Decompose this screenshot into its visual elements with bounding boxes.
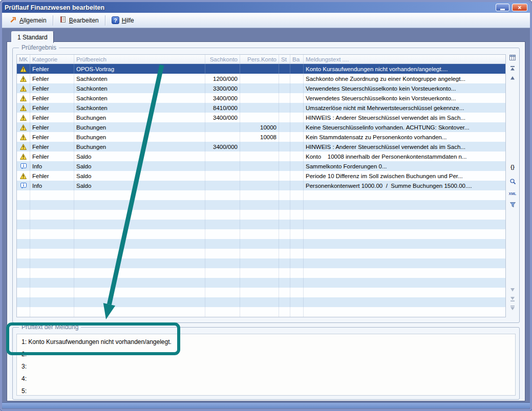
cell-meldung: Kein Stammdatensatz zu Personenkonto vor… <box>304 132 505 142</box>
cell-kategorie: Fehler <box>30 113 74 122</box>
table-row[interactable]: FehlerBuchungen10008Kein Stammdatensatz … <box>17 132 505 142</box>
warning-icon <box>17 113 30 122</box>
cell-meldung <box>304 239 505 249</box>
cell-perskonto <box>240 220 279 229</box>
cell-kategorie: Fehler <box>30 103 74 113</box>
cell-pruefbereich <box>74 307 205 317</box>
cell-kategorie: Fehler <box>30 64 74 74</box>
cell-sachkonto: 3400/000 <box>205 93 240 103</box>
cell-ba <box>290 122 304 132</box>
table-row[interactable]: InfoSaldoPersonenkontenwert 1000.00 / Su… <box>17 181 505 190</box>
column-chooser-button[interactable] <box>508 53 517 61</box>
table-row[interactable]: FehlerSaldoKonto 10008 innerhalb der Per… <box>17 152 505 161</box>
minimize-icon <box>500 9 505 10</box>
scroll-up-button[interactable] <box>508 74 517 82</box>
cell-st <box>279 83 290 93</box>
main-panel: Prüfergebnis MK Kategorie Prüfbereich Sa… <box>7 42 525 401</box>
empty-row <box>17 220 505 229</box>
cell-sachkonto <box>205 307 240 317</box>
cell-meldung: Periode 10 Differenz im Soll zwischen Bu… <box>304 171 505 181</box>
column-header-ba[interactable]: Ba <box>290 55 304 63</box>
column-header-st[interactable]: St <box>279 55 290 63</box>
table-row[interactable]: FehlerBuchungen3400/000HINWEIS : Anderer… <box>17 142 505 152</box>
cell-perskonto <box>240 229 279 239</box>
cell-pruefbereich <box>74 200 205 210</box>
hilfe-button[interactable]: ? Hilfe <box>108 14 138 26</box>
table-row[interactable]: FehlerSachkonten8410/000Umsatzerlöse nic… <box>17 103 505 113</box>
cell-st <box>279 297 290 307</box>
table-row[interactable]: FehlerSachkonten3400/000Verwendetes Steu… <box>17 93 505 103</box>
cell-sachkonto <box>205 181 240 190</box>
cell-meldung <box>304 278 505 288</box>
cell-pruefbereich: Sachkonten <box>74 103 205 113</box>
cell-pruefbereich: Sachkonten <box>74 74 205 83</box>
cell-kategorie <box>30 307 74 317</box>
scroll-up-icon <box>509 75 516 81</box>
cell-st <box>279 142 290 152</box>
cell-perskonto <box>240 83 279 93</box>
cell-kategorie: Fehler <box>30 93 74 103</box>
cell-meldung: Keine Steuerschlüsselinfo vorhanden. ACH… <box>304 122 505 132</box>
cell-pruefbereich: Saldo <box>74 152 205 161</box>
minimize-button[interactable] <box>496 4 509 11</box>
app-window: Prüflauf Finanzwesen bearbeiten × Allgem… <box>0 0 532 411</box>
cell-meldung <box>304 229 505 239</box>
cell-sachkonto <box>205 297 240 307</box>
close-button[interactable]: × <box>512 4 527 11</box>
table-row[interactable]: FehlerSachkonten1200/000Sachkonto ohne Z… <box>17 74 505 83</box>
braces-button[interactable]: {} <box>508 163 517 171</box>
tab-standard[interactable]: 1 Standard <box>11 31 54 43</box>
table-row[interactable]: FehlerBuchungen10000Keine Steuerschlüsse… <box>17 122 505 132</box>
cell-perskonto <box>240 142 279 152</box>
cell-sachkonto <box>205 288 240 297</box>
column-header-sachkonto[interactable]: Sachkonto <box>205 55 240 63</box>
bearbeiten-button[interactable]: Bearbeiten <box>55 14 103 27</box>
cell-ba <box>290 113 304 122</box>
cell-mk <box>17 249 30 258</box>
table-row[interactable]: FehlerSaldoPeriode 10 Differenz im Soll … <box>17 171 505 181</box>
cell-kategorie: Info <box>30 181 74 190</box>
jump-arrow-icon <box>9 16 17 25</box>
table-row[interactable]: FehlerBuchungen3400/000HINWEIS : Anderer… <box>17 113 505 122</box>
cell-perskonto <box>240 171 279 181</box>
scroll-end-button[interactable] <box>508 304 517 312</box>
cell-perskonto <box>240 113 279 122</box>
column-header-pruefbereich[interactable]: Prüfbereich <box>74 55 205 63</box>
cell-sachkonto <box>205 171 240 181</box>
column-header-mk[interactable]: MK <box>17 55 30 63</box>
scroll-bottom-button[interactable] <box>508 295 517 303</box>
column-header-kategorie[interactable]: Kategorie <box>30 55 74 63</box>
search-button[interactable] <box>508 177 517 185</box>
column-chooser-icon <box>509 54 516 61</box>
cell-sachkonto <box>205 258 240 268</box>
allgemein-button[interactable]: Allgemein <box>5 14 51 27</box>
filter-button[interactable] <box>508 201 517 209</box>
column-header-perskonto[interactable]: Pers.Konto <box>240 55 279 63</box>
cell-meldung <box>304 268 505 278</box>
cell-st <box>279 229 290 239</box>
empty-row <box>17 210 505 220</box>
cell-perskonto: 10008 <box>240 132 279 142</box>
scroll-top-button[interactable] <box>508 64 517 73</box>
cell-kategorie <box>30 258 74 268</box>
warning-icon <box>17 152 30 161</box>
table-row[interactable]: FehlerSachkonten3300/000Verwendetes Steu… <box>17 83 505 93</box>
cell-meldung: Personenkontenwert 1000.00 / Summe Buchu… <box>304 181 505 190</box>
allgemein-label: Allgemein <box>19 17 47 24</box>
xml-export-button[interactable]: XML <box>508 189 517 198</box>
result-grid-body: FehlerOPOS-VortragKonto Kursaufwendungen… <box>17 64 505 317</box>
scroll-down-button[interactable] <box>508 286 517 294</box>
cell-kategorie: Fehler <box>30 152 74 161</box>
grid-side-toolbar: {} XML <box>507 54 518 317</box>
cell-kategorie: Fehler <box>30 74 74 83</box>
result-grid: MK Kategorie Prüfbereich Sachkonto Pers.… <box>16 54 506 317</box>
cell-meldung: Sachkonto ohne Zuordnung zu einer Kontog… <box>304 74 505 83</box>
cell-meldung: Sammelkonto Forderungen 0... <box>304 161 505 171</box>
cell-pruefbereich: Buchungen <box>74 122 205 132</box>
cell-pruefbereich: Saldo <box>74 161 205 171</box>
table-row[interactable]: InfoSaldoSammelkonto Forderungen 0... <box>17 161 505 171</box>
table-row[interactable]: FehlerOPOS-VortragKonto Kursaufwendungen… <box>17 64 505 74</box>
column-header-meldungstext[interactable]: Meldungstext .... <box>304 55 505 63</box>
cell-mk <box>17 239 30 249</box>
cell-st <box>279 249 290 258</box>
